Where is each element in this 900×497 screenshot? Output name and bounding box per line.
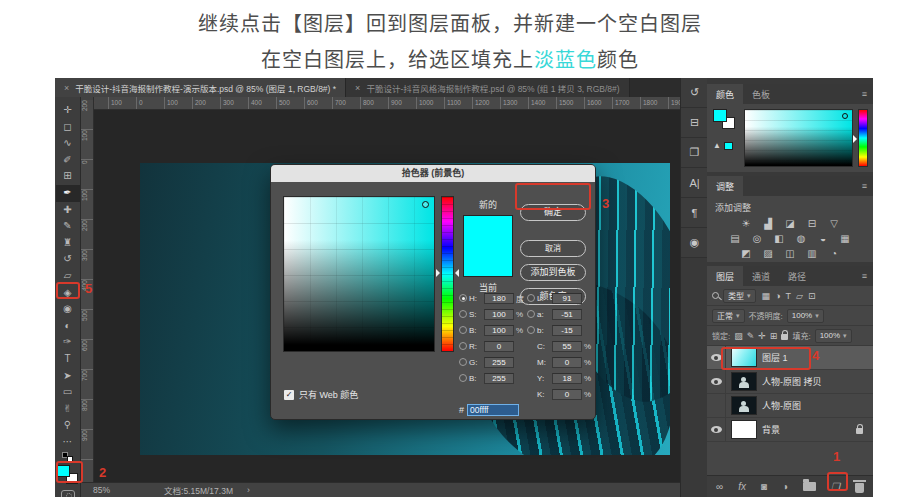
layer-thumbnail[interactable] <box>731 372 757 391</box>
layer-thumbnail[interactable] <box>731 420 757 439</box>
brightness-field[interactable]: B: 100 % <box>459 324 527 336</box>
curves-icon[interactable]: ◪ <box>784 218 797 229</box>
quick-mask-button[interactable] <box>61 490 75 497</box>
visibility-toggle[interactable] <box>707 370 726 393</box>
status-arrow-icon[interactable]: › <box>247 485 250 495</box>
saturation-field[interactable]: S: 100 % <box>459 308 527 320</box>
hex-input[interactable]: 00ffff <box>467 404 519 416</box>
radio-button[interactable] <box>459 326 467 334</box>
invert-icon[interactable]: ◩ <box>740 248 753 259</box>
photo-filter-icon[interactable]: ◍ <box>795 233 808 244</box>
dodge-tool[interactable]: ◐ <box>56 318 80 335</box>
blue-field[interactable]: B: 255 <box>459 372 527 384</box>
field-value[interactable]: -15 <box>552 325 582 336</box>
type-tool[interactable]: T <box>56 351 80 368</box>
green-field[interactable]: G: 255 <box>459 356 527 368</box>
field-value[interactable]: 100 <box>484 325 514 336</box>
field-value[interactable]: 18 <box>552 373 582 384</box>
lock-transparent-icon[interactable]: ▨ <box>734 331 743 341</box>
lab-a-field[interactable]: a: -51 <box>527 308 595 320</box>
posterize-icon[interactable]: ▨ <box>762 248 775 259</box>
new-group-icon[interactable] <box>803 482 816 491</box>
canvas-area[interactable]: 拾色器 (前景色) 新的 当前 <box>94 110 680 482</box>
crop-tool[interactable]: ⊞ <box>56 168 80 185</box>
marquee-tool[interactable]: ◻ <box>56 119 80 136</box>
blend-mode-select[interactable]: 正常▾ <box>712 309 745 323</box>
dialog-title[interactable]: 拾色器 (前景色) <box>271 165 595 182</box>
field-value[interactable]: 255 <box>484 357 514 368</box>
radio-button[interactable] <box>527 326 535 334</box>
paint-bucket-tool[interactable]: ◈ <box>56 285 80 302</box>
visibility-toggle[interactable] <box>707 418 726 441</box>
field-value[interactable]: 0 <box>484 341 514 352</box>
radio-button[interactable] <box>459 310 467 318</box>
delete-layer-icon[interactable] <box>855 483 864 493</box>
radio-button[interactable] <box>459 374 467 382</box>
paragraph-panel-icon[interactable]: ¶ <box>681 198 708 228</box>
field-value[interactable]: 180 <box>484 293 514 304</box>
visibility-toggle[interactable] <box>707 346 726 369</box>
layer-row[interactable]: 人物-原图 拷贝 <box>707 370 873 394</box>
radio-button[interactable] <box>459 294 467 302</box>
exposure-icon[interactable]: ⊟ <box>806 218 819 229</box>
brightness-contrast-icon[interactable]: ☀ <box>740 218 753 229</box>
lock-pixels-icon[interactable]: ✎ <box>747 331 755 341</box>
black-field[interactable]: K: 0 % <box>527 388 595 400</box>
eraser-tool[interactable]: ▱ <box>56 268 80 285</box>
hand-tool[interactable]: ✌ <box>56 401 80 418</box>
radio-button[interactable] <box>459 358 467 366</box>
hue-bar-cursor[interactable] <box>853 135 861 143</box>
tab-adjustments[interactable]: 调整 <box>707 176 743 196</box>
visibility-toggle[interactable] <box>707 394 726 417</box>
magenta-field[interactable]: M: 0 % <box>527 356 595 368</box>
default-colors-icon[interactable] <box>62 452 73 462</box>
filter-type-select[interactable]: 类型▾ <box>723 289 756 303</box>
color-balance-icon[interactable]: ◎ <box>751 233 764 244</box>
move-tool[interactable]: ✛ <box>56 102 80 119</box>
pen-tool[interactable]: ✑ <box>56 334 80 351</box>
layer-thumbnail[interactable] <box>731 396 757 415</box>
color-spectrum-field[interactable] <box>744 109 853 167</box>
vibrance-icon[interactable]: ▽ <box>828 218 841 229</box>
zoom-level[interactable]: 85% <box>93 485 110 495</box>
fill-select[interactable]: 100%▾ <box>815 329 852 343</box>
lock-artboard-icon[interactable]: ⊞ <box>770 331 778 341</box>
color-field-cursor[interactable] <box>842 113 848 119</box>
field-value[interactable]: 55 <box>552 341 582 352</box>
healing-brush-tool[interactable]: ✚ <box>56 202 80 219</box>
creative-cloud-icon[interactable]: ◉ <box>681 228 708 258</box>
hue-saturation-icon[interactable]: ▤ <box>729 233 742 244</box>
new-layer-icon[interactable]: ❏ <box>831 481 840 492</box>
layer-mask-icon[interactable]: ◙ <box>761 481 767 492</box>
field-value[interactable]: 100 <box>484 309 514 320</box>
hue-slider-arrow[interactable] <box>451 269 459 277</box>
foreground-color-swatch[interactable] <box>713 109 727 122</box>
add-to-swatches-button[interactable]: 添加到色板 <box>520 264 586 281</box>
layer-row[interactable]: 背景 <box>707 418 873 442</box>
ok-button[interactable]: 确定 <box>520 204 586 221</box>
layer-row[interactable]: 人物-原图 <box>707 394 873 418</box>
panel-menu-icon[interactable]: ≡ <box>862 84 873 104</box>
history-panel-icon[interactable]: ↺ <box>681 78 708 108</box>
quick-selection-tool[interactable]: ✐ <box>56 152 80 169</box>
web-safe-color-chip[interactable] <box>724 142 733 150</box>
color-field[interactable] <box>283 196 435 352</box>
tab-layers[interactable]: 图层 <box>707 266 743 286</box>
panel-menu-icon[interactable]: ≡ <box>862 266 873 286</box>
tab-document-2[interactable]: × 干脆设计-抖音风格海报制作教程.psd @ 85% (组 1 拷贝 3, R… <box>346 78 630 97</box>
blur-tool[interactable]: ◉ <box>56 301 80 318</box>
panel-foreground-background[interactable] <box>713 109 735 129</box>
eyedropper-tool[interactable]: ✒ <box>56 185 80 202</box>
selective-color-icon[interactable]: ◔ <box>828 248 841 259</box>
foreground-background-swatches[interactable] <box>57 465 78 484</box>
radio-button[interactable] <box>459 342 467 350</box>
radio-button[interactable] <box>527 294 535 302</box>
hue-field[interactable]: H: 180 度 <box>459 292 527 304</box>
field-value[interactable]: 0 <box>552 389 582 400</box>
rectangle-tool[interactable]: ▭ <box>56 384 80 401</box>
field-value[interactable]: 255 <box>484 373 514 384</box>
filter-pixel-layers-icon[interactable]: ▦ <box>762 291 771 301</box>
close-tab-icon[interactable]: × <box>64 83 69 93</box>
layer-style-icon[interactable]: fx <box>738 481 746 492</box>
radio-button[interactable] <box>527 310 535 318</box>
